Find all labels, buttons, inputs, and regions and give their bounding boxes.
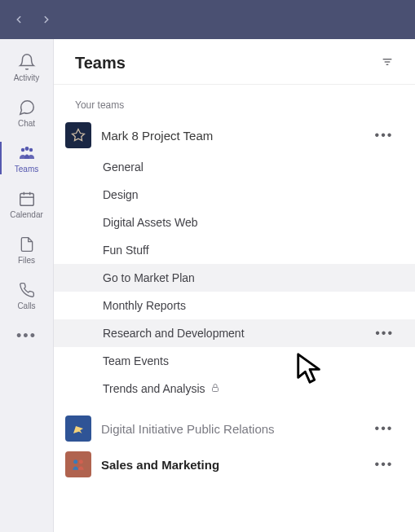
- channel-item[interactable]: Trends and Analysis: [54, 375, 415, 402]
- svg-rect-3: [20, 193, 33, 205]
- team-row[interactable]: Mark 8 Project Team •••: [54, 117, 415, 153]
- team-more-button[interactable]: •••: [374, 457, 394, 472]
- channel-name: Design: [103, 188, 139, 201]
- people-icon: [17, 143, 37, 163]
- team-name: Mark 8 Project Team: [101, 129, 364, 143]
- svg-point-11: [73, 459, 77, 464]
- channel-item[interactable]: Fun Stuff: [54, 236, 415, 264]
- teams-header: Teams: [54, 39, 415, 85]
- filter-icon[interactable]: [381, 55, 394, 72]
- channel-name: Research and Development: [103, 327, 245, 340]
- rail-activity[interactable]: Activity: [0, 44, 54, 90]
- bell-icon: [17, 52, 37, 72]
- channel-name: Monthly Reports: [103, 299, 186, 312]
- rail-calendar[interactable]: Calendar: [0, 181, 54, 226]
- rail-label: Chat: [18, 119, 35, 128]
- team-name: Sales and Marketing: [101, 458, 364, 472]
- team-name: Digital Initiative Public Relations: [101, 422, 364, 436]
- svg-point-1: [24, 147, 29, 151]
- rail-label: Calls: [17, 301, 35, 310]
- file-icon: [17, 235, 37, 254]
- channel-name: General: [103, 160, 143, 174]
- calendar-icon: [17, 189, 37, 209]
- svg-point-0: [20, 147, 24, 151]
- rail-calls[interactable]: Calls: [0, 272, 54, 318]
- team-row[interactable]: Sales and Marketing •••: [54, 446, 415, 482]
- channel-more-button[interactable]: •••: [375, 326, 394, 341]
- nav-back-button[interactable]: [8, 9, 29, 30]
- lock-icon: [210, 382, 220, 395]
- channel-name: Fun Stuff: [103, 244, 149, 257]
- svg-point-12: [79, 459, 83, 464]
- rail-label: Activity: [14, 73, 40, 82]
- team-avatar: [65, 415, 91, 442]
- rail-files[interactable]: Files: [0, 226, 54, 272]
- page-title: Teams: [75, 54, 126, 73]
- svg-rect-10: [212, 388, 218, 392]
- chat-icon: [17, 98, 37, 117]
- channel-item[interactable]: Go to Market Plan: [54, 264, 415, 292]
- channel-item[interactable]: Team Events: [54, 347, 415, 375]
- channel-name: Trends and Analysis: [103, 382, 205, 395]
- rail-label: Teams: [15, 165, 38, 174]
- channel-name: Digital Assets Web: [103, 216, 197, 229]
- channel-item[interactable]: Monthly Reports: [54, 292, 415, 319]
- team-more-button[interactable]: •••: [374, 128, 394, 143]
- rail-chat[interactable]: Chat: [0, 90, 54, 135]
- rail-teams[interactable]: Teams: [0, 135, 54, 181]
- rail-label: Calendar: [10, 210, 43, 219]
- nav-forward-button[interactable]: [36, 9, 57, 30]
- team-avatar: [65, 122, 91, 148]
- channel-name: Team Events: [103, 354, 169, 367]
- rail-more-button[interactable]: •••: [0, 318, 54, 354]
- svg-point-2: [29, 147, 32, 151]
- channel-name: Go to Market Plan: [103, 271, 195, 284]
- channel-item[interactable]: General: [54, 153, 415, 181]
- titlebar: [0, 0, 415, 39]
- team-row[interactable]: Digital Initiative Public Relations •••: [54, 411, 415, 446]
- channel-item[interactable]: Design: [54, 181, 415, 209]
- section-label: Your teams: [54, 85, 415, 117]
- left-rail: Activity Chat Teams Calendar Files: [0, 39, 54, 532]
- main-panel: Teams Your teams Mark 8 Project Team •••…: [54, 39, 415, 532]
- team-more-button[interactable]: •••: [374, 421, 394, 436]
- channel-item[interactable]: Research and Development •••: [54, 319, 415, 347]
- phone-icon: [17, 280, 37, 300]
- team-avatar: [65, 451, 91, 477]
- channel-item[interactable]: Digital Assets Web: [54, 209, 415, 236]
- rail-label: Files: [18, 256, 35, 265]
